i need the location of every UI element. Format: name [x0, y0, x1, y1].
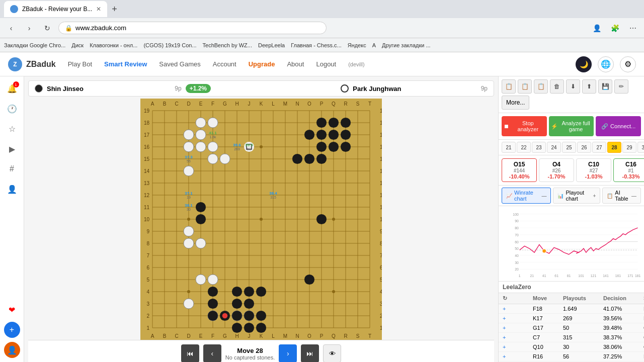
ai-table-tab[interactable]: 📋 AI Table —	[602, 188, 641, 204]
bookmark-0[interactable]: Закладки Google Chro...	[4, 42, 65, 48]
svg-text:161: 161	[615, 274, 621, 278]
language-button[interactable]: 🌐	[598, 56, 614, 72]
nav-logout[interactable]: Logout	[316, 58, 336, 70]
reload-button[interactable]: ↻	[40, 21, 54, 35]
sidebar-numbers[interactable]: #	[4, 161, 20, 177]
bookmark-1[interactable]: Диск	[71, 42, 84, 48]
nav-play-bot[interactable]: Play Bot	[68, 58, 92, 70]
move-30[interactable]: 30	[637, 142, 644, 153]
winrate-chart-tab[interactable]: 📈 Winrate chart —	[502, 188, 551, 204]
move-29[interactable]: 29	[622, 142, 636, 153]
row-move-2: G17	[533, 325, 563, 331]
analyze-full-game-button[interactable]: ⚡ Analyze full game	[549, 116, 594, 136]
sidebar-heart[interactable]: ❤	[4, 302, 20, 318]
playout-chart-tab[interactable]: 📊 Playout chart +	[553, 188, 600, 204]
prev-move-button[interactable]: ‹	[203, 344, 221, 362]
svg-text:101: 101	[578, 274, 584, 278]
toolbar-edit[interactable]: ✏	[614, 79, 628, 94]
bookmark-3[interactable]: (CGOS) 19x19 Con...	[143, 42, 196, 48]
toolbar-paste[interactable]: 📋	[518, 79, 532, 94]
move-25[interactable]: 25	[562, 142, 576, 153]
toolbar-delete[interactable]: 🗑	[550, 79, 564, 94]
sidebar-user[interactable]: 👤	[4, 342, 20, 358]
forward-button[interactable]: ›	[22, 21, 36, 35]
row-expand-0[interactable]: +	[503, 306, 533, 312]
bookmark-9[interactable]: Другие закладки ...	[382, 42, 431, 48]
back-button[interactable]: ‹	[4, 21, 18, 35]
more-button[interactable]: More...	[502, 96, 529, 110]
white-stone	[341, 84, 349, 93]
active-tab[interactable]: ZBaduk - Review your B... ✕	[4, 1, 107, 17]
bookmark-4[interactable]: TechBench by WZ...	[203, 42, 252, 48]
theme-toggle[interactable]: 🌙	[576, 56, 592, 72]
suggested-move-3[interactable]: C16 #1 -0.33%	[613, 158, 644, 182]
sidebar-add[interactable]: +	[4, 322, 20, 338]
move-26[interactable]: 26	[577, 142, 591, 153]
move-coord-3: C16	[617, 161, 644, 168]
toolbar-download[interactable]: ⬇	[566, 79, 580, 94]
url-bar[interactable]: 🔒 www.zbaduk.com	[58, 22, 327, 34]
next-move-button[interactable]: ›	[279, 344, 297, 362]
go-board-container[interactable]	[28, 99, 494, 340]
bookmark-2[interactable]: Клавогонки - онл...	[90, 42, 137, 48]
move-22[interactable]: 22	[517, 142, 531, 153]
toolbar-upload[interactable]: ⬆	[582, 79, 596, 94]
svg-text:30: 30	[515, 261, 519, 264]
tab-close[interactable]: ✕	[96, 6, 101, 13]
toggle-view-button[interactable]: 👁	[323, 344, 341, 362]
move-27[interactable]: 27	[592, 142, 606, 153]
ai-row-3[interactable]: + C7 315 38.37% C7 D1...	[499, 333, 644, 342]
bookmark-8[interactable]: A	[372, 42, 376, 48]
toolbar-save[interactable]: 💾	[598, 79, 612, 94]
toolbar-copy[interactable]: 📋	[502, 79, 516, 94]
move-21[interactable]: 21	[502, 142, 516, 153]
move-24[interactable]: 24	[547, 142, 561, 153]
sidebar-play[interactable]: ▶	[4, 141, 20, 157]
bookmark-5[interactable]: DeepLeela	[258, 42, 285, 48]
last-move-button[interactable]: ⏭	[301, 344, 319, 362]
svg-text:70: 70	[515, 233, 519, 237]
nav-account[interactable]: Account	[213, 58, 236, 70]
toolbar-clipboard[interactable]: 📋	[534, 79, 548, 94]
suggested-move-1[interactable]: O4 #26 -1.70%	[539, 158, 574, 182]
suggested-move-2[interactable]: C10 #27 -1.03%	[576, 158, 611, 182]
move-num-3: #1	[617, 168, 644, 173]
nav-saved-games[interactable]: Saved Games	[159, 58, 200, 70]
row-expand-5[interactable]: +	[503, 353, 533, 359]
extension-icon[interactable]: 🧩	[608, 21, 622, 35]
ai-row-2[interactable]: + G17 50 39.48% G17 H...	[499, 323, 644, 333]
row-expand-3[interactable]: +	[503, 334, 533, 340]
sidebar-profile[interactable]: 👤	[4, 181, 20, 197]
ai-row-1[interactable]: + K17 269 39.56% K17 E1...	[499, 314, 644, 323]
move-23[interactable]: 23	[532, 142, 546, 153]
white-player-name: Park Junghwan	[353, 85, 474, 93]
suggested-move-0[interactable]: O15 #144 -10.40%	[502, 158, 537, 182]
sidebar-bookmarks[interactable]: ☆	[4, 121, 20, 137]
ai-row-4[interactable]: + Q10 30 38.06% Q10 D...	[499, 342, 644, 352]
winrate-minus: —	[541, 193, 546, 199]
row-expand-1[interactable]: +	[503, 315, 533, 321]
connect-button[interactable]: 🔗 Connect...	[596, 116, 641, 136]
captured-stones: No captured stones.	[225, 354, 275, 360]
right-toolbar: 📋 📋 📋 🗑 ⬇ ⬆ 💾 ✏ More...	[499, 76, 644, 113]
first-move-button[interactable]: ⏮	[181, 344, 199, 362]
nav-upgrade[interactable]: Upgrade	[249, 58, 275, 70]
svg-text:171: 171	[627, 274, 633, 278]
new-tab-button[interactable]: +	[107, 2, 121, 16]
profile-icon[interactable]: 👤	[590, 21, 604, 35]
ai-row-5[interactable]: + R16 56 37.25% R16 D...	[499, 352, 644, 361]
move-28-current[interactable]: 28	[607, 142, 621, 153]
go-board[interactable]	[140, 99, 382, 340]
nav-about[interactable]: About	[287, 58, 304, 70]
row-expand-4[interactable]: +	[503, 344, 533, 350]
bookmark-6[interactable]: Главная - Chess.c...	[291, 42, 342, 48]
row-expand-2[interactable]: +	[503, 325, 533, 331]
sidebar-notifications[interactable]: 🔔 1	[4, 80, 20, 97]
stop-analyzer-button[interactable]: ⏹ Stop analyzer	[502, 116, 547, 136]
ai-row-0[interactable]: + F18 1.649 41.07% F18 L...	[499, 304, 644, 314]
settings-icon[interactable]: ⋯	[626, 21, 640, 35]
bookmark-7[interactable]: Яндекс	[348, 42, 366, 48]
nav-smart-review[interactable]: Smart Review	[104, 58, 147, 70]
sidebar-history[interactable]: 🕐	[4, 101, 20, 117]
settings-button[interactable]: ⚙	[620, 56, 636, 72]
